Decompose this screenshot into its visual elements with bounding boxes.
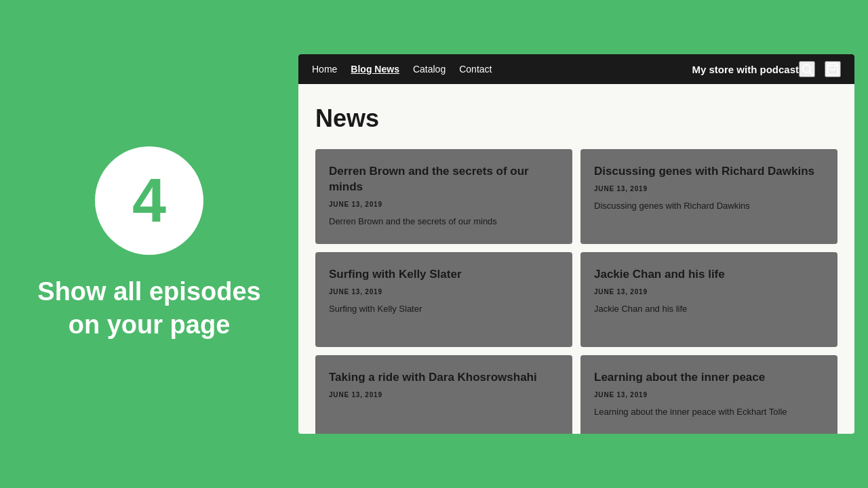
nav-catalog[interactable]: Catalog: [413, 64, 446, 75]
svg-line-1: [810, 72, 813, 75]
article-card[interactable]: Derren Brown and the secrets of our mind…: [315, 149, 572, 244]
article-excerpt: Derren Brown and the secrets of our mind…: [329, 215, 559, 228]
article-date: JUNE 13, 2019: [594, 288, 824, 296]
article-date: JUNE 13, 2019: [329, 201, 559, 208]
nav-blog-news[interactable]: Blog News: [351, 64, 399, 75]
article-excerpt: Surfing with Kelly Slater: [329, 302, 559, 316]
nav-icons: [799, 61, 841, 77]
article-title: Taking a ride with Dara Khosrowshahi: [329, 370, 559, 386]
page-content: News Derren Brown and the secrets of our…: [298, 84, 854, 434]
search-icon: [800, 62, 814, 76]
nav-contact[interactable]: Contact: [459, 64, 492, 75]
article-card[interactable]: Jackie Chan and his lifeJUNE 13, 2019Jac…: [580, 252, 837, 347]
article-title: Discussing genes with Richard Dawkins: [594, 164, 824, 180]
article-date: JUNE 13, 2019: [329, 391, 559, 399]
store-brand: My store with podcast: [692, 64, 799, 75]
article-card[interactable]: Learning about the inner peaceJUNE 13, 2…: [580, 355, 837, 434]
search-button[interactable]: [799, 61, 815, 77]
left-panel: 4 Show all episodes on your page: [0, 0, 298, 488]
article-excerpt: Jackie Chan and his life: [594, 302, 824, 316]
tagline: Show all episodes on your page: [37, 275, 260, 342]
article-excerpt: Discussing genes with Richard Dawkins: [594, 199, 824, 213]
article-date: JUNE 13, 2019: [329, 288, 559, 296]
step-number: 4: [132, 170, 166, 231]
article-card[interactable]: Discussing genes with Richard DawkinsJUN…: [580, 149, 837, 244]
step-badge: 4: [95, 146, 203, 255]
browser-window: Home Blog News Catalog Contact My store …: [298, 54, 854, 434]
page-title: News: [315, 104, 837, 133]
cart-button[interactable]: [825, 61, 841, 77]
article-title: Jackie Chan and his life: [594, 267, 824, 283]
article-title: Derren Brown and the secrets of our mind…: [329, 164, 559, 195]
article-card[interactable]: Taking a ride with Dara KhosrowshahiJUNE…: [315, 355, 572, 434]
article-date: JUNE 13, 2019: [594, 185, 824, 192]
article-excerpt: Learning about the inner peace with Eckh…: [594, 405, 824, 419]
navbar: Home Blog News Catalog Contact My store …: [298, 54, 854, 84]
nav-home[interactable]: Home: [312, 64, 337, 75]
cart-icon: [826, 62, 840, 76]
article-title: Surfing with Kelly Slater: [329, 267, 559, 283]
articles-grid: Derren Brown and the secrets of our mind…: [315, 149, 837, 434]
article-card[interactable]: Surfing with Kelly SlaterJUNE 13, 2019Su…: [315, 252, 572, 347]
nav-links: Home Blog News Catalog Contact: [312, 64, 692, 75]
article-date: JUNE 13, 2019: [594, 391, 824, 399]
article-title: Learning about the inner peace: [594, 370, 824, 386]
